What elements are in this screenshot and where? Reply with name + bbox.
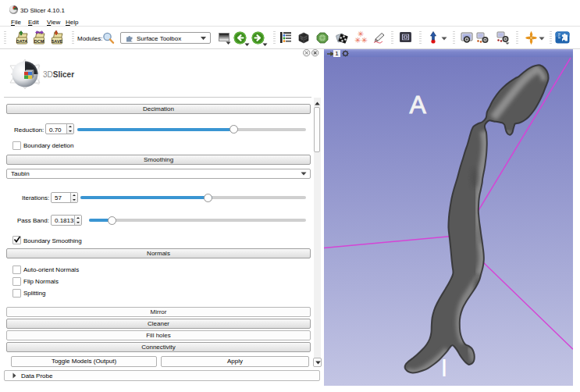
svg-text:DATA: DATA: [16, 39, 27, 44]
svg-text:A: A: [410, 91, 427, 119]
svg-text:I: I: [441, 354, 448, 382]
svg-text:SAVE: SAVE: [52, 39, 63, 44]
svg-text:DCM: DCM: [34, 39, 44, 44]
svg-text:3DSlicer: 3DSlicer: [43, 70, 74, 79]
